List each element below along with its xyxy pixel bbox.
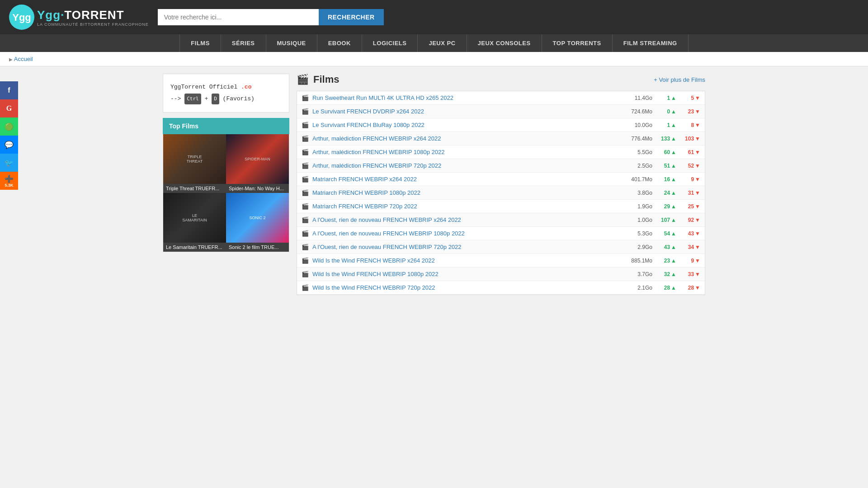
torrent-name[interactable]: A l'Ouest, rien de nouveau FRENCH WEBRIP…	[312, 230, 617, 237]
torrent-seeds: 54 ▲	[656, 230, 676, 237]
nav-item-jeuxconsoles[interactable]: JEUX CONSOLES	[467, 34, 542, 52]
films-camera-icon: 🎬	[297, 74, 309, 85]
twitter-button[interactable]: 🐦	[0, 154, 18, 172]
torrent-size: 885.1Mo	[621, 258, 652, 264]
table-row[interactable]: 🎬Wild Is the Wind FRENCH WEBRIP 1080p 20…	[297, 267, 705, 281]
breadcrumb-accueil[interactable]: Accueil	[9, 56, 33, 62]
table-row[interactable]: 🎬Matriarch FRENCH WEBRIP 720p 20221.9Go2…	[297, 200, 705, 213]
table-row[interactable]: 🎬Le Survivant FRENCH DVDRIP x264 2022724…	[297, 105, 705, 118]
table-row[interactable]: 🎬Matriarch FRENCH WEBRIP 1080p 20223.8Go…	[297, 186, 705, 200]
share-icon: ➕	[5, 174, 14, 183]
torrent-name[interactable]: Le Survivant FRENCH DVDRIP x264 2022	[312, 108, 617, 115]
torrent-name[interactable]: Matriarch FRENCH WEBRIP 720p 2022	[312, 203, 617, 210]
table-row[interactable]: 🎬Wild Is the Wind FRENCH WEBRIP x264 202…	[297, 254, 705, 267]
torrent-name[interactable]: Run Sweetheart Run MULTi 4K ULTRA HD x26…	[312, 94, 617, 101]
table-row[interactable]: 🎬Run Sweetheart Run MULTi 4K ULTRA HD x2…	[297, 91, 705, 105]
torrent-name[interactable]: Arthur, malédiction FRENCH WEBRIP x264 2…	[312, 135, 617, 142]
torrent-size: 1.0Go	[621, 217, 652, 223]
share-button[interactable]: ➕ 5.3K	[0, 172, 18, 190]
torrent-seeds: 133 ▲	[656, 136, 676, 142]
torrent-leeches: 31 ▼	[680, 190, 700, 196]
film-image-sonic: SONIC 2	[226, 193, 289, 243]
table-row[interactable]: 🎬Wild Is the Wind FRENCH WEBRIP 720p 202…	[297, 281, 705, 295]
torrent-name[interactable]: Wild Is the Wind FRENCH WEBRIP 1080p 202…	[312, 271, 617, 277]
torrent-name[interactable]: Arthur, malédiction FRENCH WEBRIP 720p 2…	[312, 162, 617, 169]
torrent-seeds: 1 ▲	[656, 122, 676, 128]
breadcrumb-bar: Accueil	[0, 52, 868, 66]
torrent-leeches: 34 ▼	[680, 244, 700, 250]
nav-item-logiciels[interactable]: LOGICIELS	[362, 34, 418, 52]
torrent-name[interactable]: Matriarch FRENCH WEBRIP x264 2022	[312, 176, 617, 183]
whatsapp-button[interactable]: 🟢	[0, 117, 18, 136]
torrent-name[interactable]: Le Survivant FRENCH BluRay 1080p 2022	[312, 122, 617, 128]
torrent-seeds: 16 ▲	[656, 176, 676, 183]
torrent-name[interactable]: A l'Ouest, rien de nouveau FRENCH WEBRIP…	[312, 244, 617, 250]
shortcut-plus: +	[205, 95, 212, 102]
torrent-name[interactable]: Wild Is the Wind FRENCH WEBRIP x264 2022	[312, 257, 617, 264]
torrent-name[interactable]: Arthur, malédiction FRENCH WEBRIP 1080p …	[312, 149, 617, 155]
torrent-seeds: 0 ▲	[656, 108, 676, 115]
google-button[interactable]: G	[0, 99, 18, 117]
table-row[interactable]: 🎬Le Survivant FRENCH BluRay 1080p 202210…	[297, 118, 705, 132]
nav-item-series[interactable]: SÉRIES	[221, 34, 266, 52]
torrent-leeches: 52 ▼	[680, 163, 700, 169]
film-label-spiderman: Spider-Man: No Way H...	[226, 184, 289, 193]
d-key: D	[212, 94, 219, 104]
nav-item-musique[interactable]: MUSIQUE	[266, 34, 317, 52]
main-nav: FILMS SÉRIES MUSIQUE EBOOK LOGICIELS JEU…	[0, 34, 868, 52]
voir-plus-films[interactable]: Voir plus de Films	[654, 76, 705, 83]
nav-item-filmstreaming[interactable]: FILM STREAMING	[613, 34, 689, 52]
whatsapp-icon: 🟢	[5, 122, 14, 131]
site-tld: .co	[241, 84, 251, 90]
messenger-button[interactable]: 💬	[0, 136, 18, 154]
film-thumb-samaritain[interactable]: LESAMARITAIN Le Samaritain TRUEFR...	[163, 193, 226, 252]
content-area: 🎬 Films Voir plus de Films 🎬Run Sweethea…	[297, 74, 705, 295]
nav-item-films[interactable]: FILMS	[179, 34, 221, 52]
torrent-leeches: 28 ▼	[680, 285, 700, 291]
table-row[interactable]: 🎬Arthur, malédiction FRENCH WEBRIP x264 …	[297, 132, 705, 145]
torrent-leeches: 33 ▼	[680, 271, 700, 277]
torrent-leeches: 8 ▼	[680, 122, 700, 128]
facebook-button[interactable]: f	[0, 81, 18, 99]
table-row[interactable]: 🎬Arthur, malédiction FRENCH WEBRIP 1080p…	[297, 145, 705, 159]
film-label-sonic: Sonic 2 le film TRUE...	[226, 243, 289, 252]
search-button[interactable]: RECHERCHER	[319, 9, 384, 25]
table-row[interactable]: 🎬Arthur, malédiction FRENCH WEBRIP 720p …	[297, 159, 705, 173]
film-image-spiderman: SPIDER-MAN	[226, 134, 289, 184]
nav-item-ebook[interactable]: EBOOK	[317, 34, 362, 52]
twitter-icon: 🐦	[5, 159, 14, 167]
torrent-size: 776.4Mo	[621, 136, 652, 142]
table-row[interactable]: 🎬A l'Ouest, rien de nouveau FRENCH WEBRI…	[297, 213, 705, 227]
torrent-leeches: 43 ▼	[680, 230, 700, 237]
torrent-name[interactable]: Matriarch FRENCH WEBRIP 1080p 2022	[312, 189, 617, 196]
torrent-size: 3.8Go	[621, 190, 652, 196]
torrent-leeches: 9 ▼	[680, 176, 700, 183]
logo[interactable]: Ygg Ygg·TORRENT LA COMMUNAUTÉ BITTORRENT…	[9, 5, 149, 30]
film-thumb-triple-threat[interactable]: TRIPLETHREAT Triple Threat TRUEFR...	[163, 134, 226, 193]
nav-item-jeuxpc[interactable]: JEUX PC	[418, 34, 467, 52]
table-row[interactable]: 🎬A l'Ouest, rien de nouveau FRENCH WEBRI…	[297, 240, 705, 254]
table-row[interactable]: 🎬Matriarch FRENCH WEBRIP x264 2022401.7M…	[297, 173, 705, 186]
film-icon: 🎬	[302, 94, 309, 101]
search-bar: RECHERCHER	[158, 9, 384, 25]
film-thumb-sonic[interactable]: SONIC 2 Sonic 2 le film TRUE...	[226, 193, 289, 252]
film-icon: 🎬	[302, 108, 309, 115]
sidebar-info-box: YggTorrent Officiel .co --> Ctrl + D (Fa…	[163, 74, 289, 113]
search-input[interactable]	[158, 9, 319, 25]
torrent-name[interactable]: A l'Ouest, rien de nouveau FRENCH WEBRIP…	[312, 216, 617, 223]
table-row[interactable]: 🎬A l'Ouest, rien de nouveau FRENCH WEBRI…	[297, 227, 705, 240]
film-icon: 🎬	[302, 176, 309, 183]
torrent-size: 1.9Go	[621, 203, 652, 210]
torrent-size: 11.4Go	[621, 95, 652, 101]
film-icon: 🎬	[302, 122, 309, 128]
nav-item-toptorrents[interactable]: TOP TORRENTS	[542, 34, 613, 52]
torrents-table: 🎬Run Sweetheart Run MULTi 4K ULTRA HD x2…	[297, 91, 705, 295]
torrent-seeds: 23 ▲	[656, 258, 676, 264]
shortcut-favoris: (Favoris)	[223, 95, 255, 102]
torrent-leeches: 61 ▼	[680, 149, 700, 155]
torrent-leeches: 25 ▼	[680, 203, 700, 210]
torrent-name[interactable]: Wild Is the Wind FRENCH WEBRIP 720p 2022	[312, 284, 617, 291]
film-thumb-spiderman[interactable]: SPIDER-MAN Spider-Man: No Way H...	[226, 134, 289, 193]
torrent-size: 2.1Go	[621, 285, 652, 291]
voir-plus-link: Films	[691, 76, 705, 83]
